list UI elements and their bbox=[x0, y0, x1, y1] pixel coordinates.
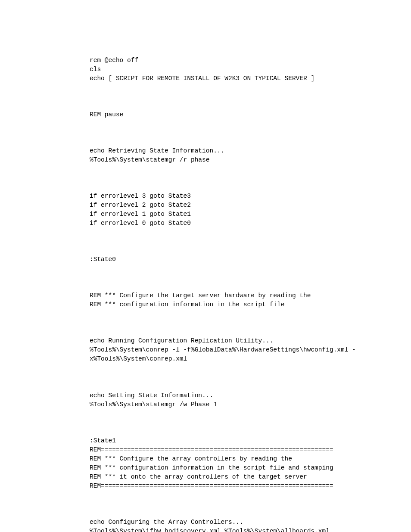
code-paragraph: if errorlevel 3 goto State3 if errorleve… bbox=[90, 192, 363, 228]
code-paragraph: echo Running Configuration Replication U… bbox=[90, 336, 363, 364]
script-code-block: rem @echo off cls echo [ SCRIPT FOR REMO… bbox=[90, 38, 363, 532]
code-paragraph: echo Retrieving State Information... %To… bbox=[90, 146, 363, 165]
code-paragraph: rem @echo off cls echo [ SCRIPT FOR REMO… bbox=[90, 56, 363, 83]
code-paragraph: :State0 bbox=[90, 255, 363, 264]
code-paragraph: echo Configuring the Array Controllers..… bbox=[90, 518, 363, 532]
code-paragraph: REM pause bbox=[90, 110, 363, 119]
code-paragraph: :State1 REM=============================… bbox=[90, 436, 363, 491]
code-paragraph: REM *** Configure the target server hard… bbox=[90, 291, 363, 309]
code-paragraph: echo Setting State Information... %Tools… bbox=[90, 391, 363, 409]
